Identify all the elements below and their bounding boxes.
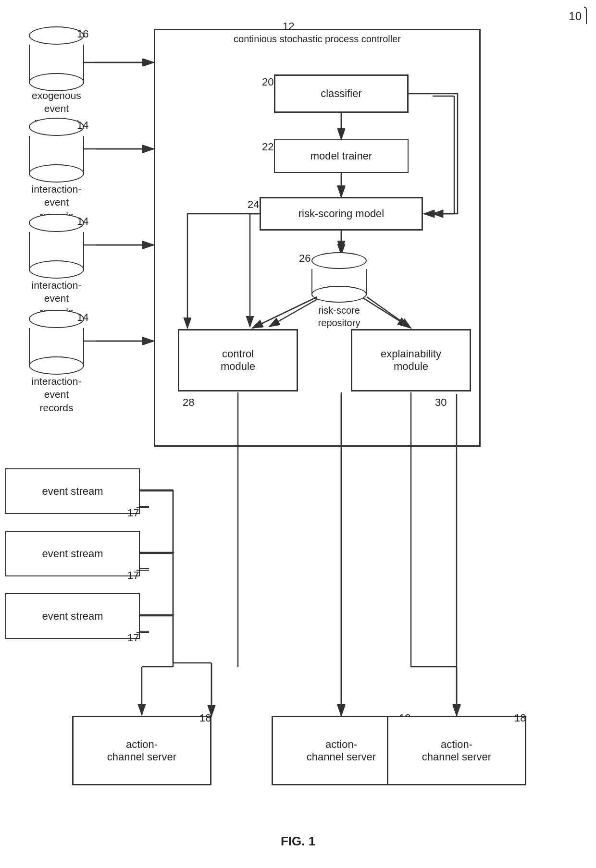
control-module-box: controlmodule [178,329,298,391]
diagram-container: 10 continious stochastic process control… [0,0,596,868]
explainability-module-box: explainabilitymodule [351,329,471,391]
controller-label: continious stochastic process controller [183,33,452,45]
interaction-db-3 [29,310,84,367]
ref-18-1: 18 [199,712,211,724]
ref-30: 30 [435,396,447,409]
ref-17-1: 17 [127,507,139,519]
ref-17-2: 17 [127,569,139,582]
ref-14-3: 14 [77,311,88,324]
corner-bracket [565,5,589,29]
action-channel-1: action-channel server [72,716,211,785]
ref-16: 16 [77,28,88,40]
exogenous-db [29,26,84,83]
action-channel-3: action-channel server [387,716,526,785]
ref-14-2: 14 [77,215,88,228]
ref-22: 22 [262,141,273,153]
event-stream-1: event stream [5,468,140,514]
interaction-db3-label: interaction-eventrecords [19,375,94,414]
risk-score-repo [311,252,367,295]
ref-18-3: 18 [514,712,526,724]
event-stream-3: event stream [5,593,140,639]
ref-14-1: 14 [77,119,88,132]
model-trainer-box: model trainer [274,139,409,173]
ref-24: 24 [248,198,259,211]
ref-17-3: 17 [127,632,139,644]
ref-26: 26 [299,252,310,265]
fig-label: FIG. 1 [0,834,596,849]
ref-20: 20 [262,76,273,88]
interaction-db-1 [29,118,84,174]
risk-scoring-model-box: risk-scoring model [260,197,423,231]
interaction-db-2 [29,214,84,270]
risk-score-repo-label: risk-scorerepository [302,304,376,329]
ref-12: 12 [283,20,294,33]
ref-28: 28 [183,396,194,409]
classifier-box: classifier [274,74,409,113]
event-stream-2: event stream [5,531,140,576]
